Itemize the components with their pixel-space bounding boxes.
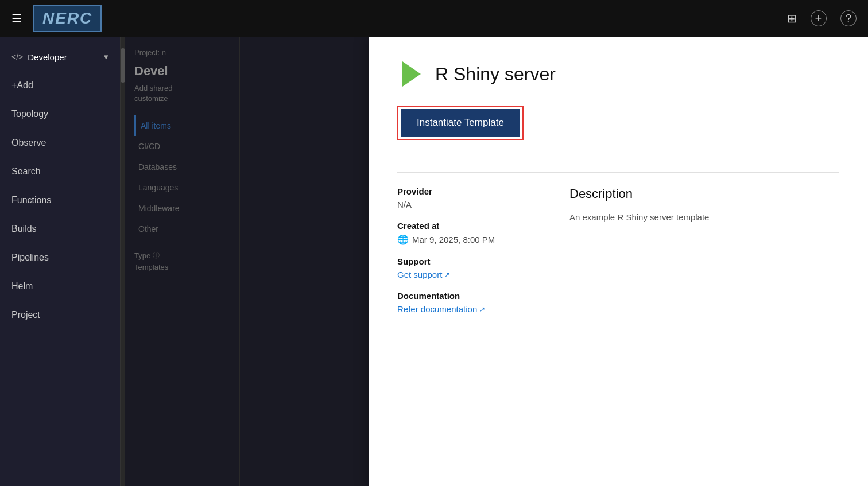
- sidebar-item-builds[interactable]: Builds: [0, 215, 120, 243]
- code-icon: </>: [11, 52, 23, 61]
- support-label: Support: [397, 256, 547, 266]
- modal-icon: [397, 60, 426, 88]
- nav-left: ☰ NERC: [11, 5, 102, 32]
- modal-body: Provider N/A Created at 🌐 Mar 9, 2025, 8…: [397, 186, 839, 325]
- sidebar-item-project[interactable]: Project: [0, 301, 120, 329]
- sidebar-item-observe[interactable]: Observe: [0, 129, 120, 157]
- support-link-text: Get support: [397, 270, 442, 279]
- sidebar-functions-label: Functions: [11, 195, 51, 205]
- grid-icon[interactable]: ⊞: [787, 11, 797, 25]
- doc-label: Documentation: [397, 291, 547, 301]
- sidebar-project-label: Project: [11, 310, 40, 320]
- logo-text: NERC: [42, 9, 92, 28]
- refer-documentation-link[interactable]: Refer documentation ↗: [397, 304, 547, 314]
- instantiate-btn-wrapper: Instantiate Template: [397, 106, 524, 140]
- sidebar-topology-label: Topology: [11, 109, 48, 119]
- add-icon[interactable]: +: [811, 10, 827, 26]
- sidebar-item-functions[interactable]: Functions: [0, 186, 120, 215]
- provider-label: Provider: [397, 186, 547, 196]
- modal-title: R Shiny server: [435, 64, 556, 85]
- modal-header: R Shiny server: [397, 60, 839, 88]
- help-icon[interactable]: ?: [840, 10, 857, 26]
- sidebar-item-search[interactable]: Search: [0, 157, 120, 186]
- doc-link-text: Refer documentation: [397, 304, 477, 314]
- modal-left-column: Provider N/A Created at 🌐 Mar 9, 2025, 8…: [397, 186, 547, 325]
- globe-icon: 🌐: [397, 234, 409, 245]
- sidebar-search-label: Search: [11, 166, 41, 177]
- modal-overlay[interactable]: R Shiny server Instantiate Template Prov…: [121, 37, 868, 486]
- nerc-logo: NERC: [33, 5, 102, 32]
- content-area: Project: n Devel Add shared customize Al…: [121, 37, 868, 486]
- sidebar: </> Developer ▾ +Add Topology Observe Se…: [0, 37, 121, 486]
- r-shiny-icon: [402, 61, 421, 87]
- get-support-link[interactable]: Get support ↗: [397, 270, 547, 279]
- sidebar-add-label: +Add: [11, 80, 33, 91]
- external-link-icon: ↗: [444, 271, 450, 279]
- description-text: An example R Shiny server template: [569, 211, 839, 224]
- sidebar-item-topology[interactable]: Topology: [0, 100, 120, 129]
- provider-value: N/A: [397, 200, 547, 209]
- main-area: </> Developer ▾ +Add Topology Observe Se…: [0, 37, 868, 486]
- modal-right-column: Description An example R Shiny server te…: [569, 186, 839, 325]
- external-link-icon-2: ↗: [479, 305, 485, 313]
- sidebar-item-developer[interactable]: </> Developer ▾: [0, 42, 120, 71]
- sidebar-item-pipelines[interactable]: Pipelines: [0, 243, 120, 272]
- divider: [397, 172, 839, 173]
- sidebar-developer-label: Developer: [28, 52, 67, 62]
- sidebar-pipelines-label: Pipelines: [11, 252, 49, 263]
- sidebar-helm-label: Helm: [11, 281, 33, 291]
- modal-panel: R Shiny server Instantiate Template Prov…: [369, 37, 868, 486]
- sidebar-item-helm[interactable]: Helm: [0, 272, 120, 301]
- created-label: Created at: [397, 221, 547, 231]
- sidebar-observe-label: Observe: [11, 138, 46, 148]
- sidebar-builds-label: Builds: [11, 224, 37, 234]
- chevron-down-icon: ▾: [104, 52, 108, 62]
- hamburger-icon[interactable]: ☰: [11, 11, 22, 25]
- top-navigation: ☰ NERC ⊞ + ?: [0, 0, 868, 37]
- description-title: Description: [569, 186, 839, 201]
- instantiate-template-button[interactable]: Instantiate Template: [401, 109, 520, 137]
- sidebar-item-add[interactable]: +Add: [0, 71, 120, 100]
- created-value: 🌐 Mar 9, 2025, 8:00 PM: [397, 234, 547, 245]
- nav-right: ⊞ + ?: [787, 10, 857, 26]
- created-date: Mar 9, 2025, 8:00 PM: [412, 235, 495, 244]
